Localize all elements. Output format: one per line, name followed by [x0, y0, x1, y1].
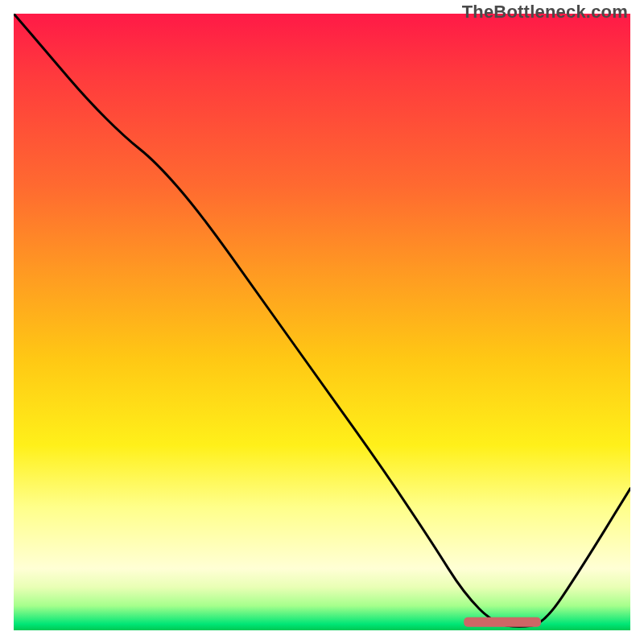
attribution-text: TheBottleneck.com [462, 2, 628, 23]
gradient-background [14, 14, 630, 630]
chart-stage: TheBottleneck.com [0, 0, 644, 644]
